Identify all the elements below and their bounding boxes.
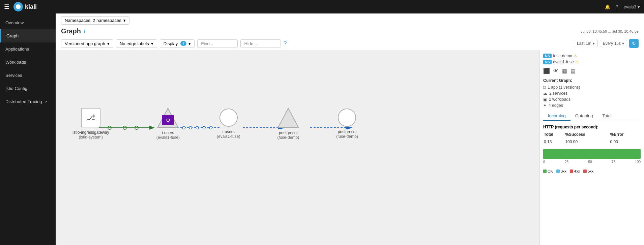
edges-icon: ✦ [543,103,547,108]
last-time-label: Last 1m [577,41,591,46]
sidebar-item-istio-config[interactable]: Istio Config [0,82,56,95]
chart-label-25: 25 [565,160,568,164]
gateway-icon: ⎇ [87,113,95,122]
node-postgresql-workload[interactable]: postgresql (fuse-demo) [336,109,358,139]
bell-icon[interactable]: 🔔 [605,4,610,9]
refresh-button[interactable]: ↻ [629,39,639,48]
ns-evals1-fuse: NS evals1-fuse ⚠ [543,60,641,64]
display-count-badge: 7 [180,41,186,46]
chart-label-75: 75 [612,160,615,164]
stat-services-text: 2 services [549,91,567,96]
sidebar-item-services[interactable]: Services [0,69,56,82]
sidebar-item-overview[interactable]: Overview [0,16,56,29]
right-panel: Hide » NS fuse-demo ⚠ NS evals1-fuse ⚠ ⬛… [539,50,644,245]
stat-edges-text: 4 edges [549,103,563,108]
panel-icons-row: ⬛ 👁 ▦ ▤ [543,68,641,74]
bar-chart-labels: 0 25 50 75 100 [543,160,641,164]
logo-icon [13,2,23,11]
val-error: 0.00 [610,139,640,145]
node-istio-gateway[interactable]: ⎇ istio-ingressgateway (istio-system) [72,108,109,140]
sidebar-item-distributed-tracing[interactable]: Distributed Tracing ↗ [0,95,56,108]
col-total: Total [544,132,564,138]
bar-chart [543,149,641,159]
node-label-gateway: istio-ingressgateway (istio-system) [72,130,109,140]
last-time-chevron-icon: ▾ [593,41,595,46]
edge-label-dropdown[interactable]: No edge labels ▾ [116,39,157,48]
ns-name-fuse-demo: fuse-demo [553,54,572,58]
panel-icon-eye[interactable]: 👁 [553,68,559,74]
nav-icons: 🔔 ? evals3 ▾ [605,4,640,9]
toolbar-help-icon[interactable]: ? [284,40,287,47]
bar-chart-container: 0 25 50 75 100 [543,149,641,164]
sidebar-item-workloads[interactable]: Workloads [0,56,56,69]
legend-ok-label: OK [548,169,553,173]
pg-triangle-fill [279,109,298,127]
display-chevron-icon: ▾ [188,41,191,46]
legend-5xx: 5xx [583,169,593,173]
content-area: Namespaces: 2 namespaces ▾ Graph ℹ Jul 3… [56,13,644,245]
warn-icon-evals1-fuse: ⚠ [575,60,579,64]
hamburger-menu[interactable]: ☰ [4,3,9,10]
timestamp: Jul 30, 10:45:59 ... Jul 30, 10:46:59 [581,29,639,33]
graph-info-icon[interactable]: ℹ [84,29,85,34]
namespace-label: Namespaces: 2 namespaces [65,18,121,23]
every-time-dropdown[interactable]: Every 15s ▾ [600,40,627,47]
display-dropdown[interactable]: Display 7 ▾ [160,39,195,48]
legend-3xx-color [556,170,560,173]
toolbar-row: Versioned app graph ▾ No edge labels ▾ D… [61,37,639,50]
node-circle-i-users [219,109,238,127]
every-time-chevron-icon: ▾ [622,41,624,46]
edge-label-chevron-icon: ▾ [151,41,153,46]
legend-row: OK 3xx 4xx 5xx [543,169,641,173]
http-values-row: 0.13 100.00 0.00 [544,139,640,145]
node-box-gateway: ⎇ [81,108,100,127]
legend-4xx-color [570,170,573,173]
last-time-dropdown[interactable]: Last 1m ▾ [574,40,598,47]
help-icon[interactable]: ? [616,4,618,9]
stat-app-text: 1 app (1 versions) [548,85,580,90]
node-postgresql-service[interactable]: postgresql (fuse-demo) [277,108,299,140]
panel-icon-table[interactable]: ▤ [570,68,576,74]
panel-icon-download[interactable]: ⬛ [543,68,550,74]
chart-label-100: 100 [635,160,641,164]
graph-svg [56,50,539,245]
namespace-dropdown[interactable]: Namespaces: 2 namespaces ▾ [61,16,129,25]
graph-type-dropdown[interactable]: Versioned app graph ▾ [61,39,113,48]
hide-input[interactable] [240,39,281,48]
node-circle-postgresql [338,109,356,127]
legend-4xx-label: 4xx [574,169,580,173]
app-icon: □ [543,85,546,90]
panel-icon-grid[interactable]: ▦ [562,68,567,74]
page-title: Graph [61,27,81,35]
node-i-users-service[interactable]: ψ i-users (evals1-fuse) [156,108,180,140]
ns-tag-evals1-fuse: NS [543,60,552,64]
top-navigation: ☰ kiali 🔔 ? evals3 ▾ [0,0,644,13]
node-i-users-workload[interactable]: i-users (evals1-fuse) [217,109,240,139]
col-success: %Success [565,132,609,138]
node-label-postgresql-service: postgresql (fuse-demo) [277,130,299,140]
legend-3xx: 3xx [556,169,566,173]
http-table: Total %Success %Error 0.13 100.00 0.00 [543,131,641,146]
warn-icon-fuse-demo: ⚠ [574,54,577,58]
val-total: 0.13 [544,139,564,145]
ns-fuse-demo: NS fuse-demo ⚠ [543,54,641,58]
user-menu[interactable]: evals3 ▾ [623,4,640,9]
graph-canvas[interactable]: ⎇ istio-ingressgateway (istio-system) [56,50,539,245]
tab-outgoing[interactable]: Outgoing [570,111,598,121]
node-label-i-users-service: i-users (evals1-fuse) [156,130,180,140]
node-triangle-i-users: ψ [157,108,179,128]
namespace-chevron-icon: ▾ [123,18,126,23]
tab-total[interactable]: Total [598,111,616,121]
username: evals3 [623,4,636,9]
node-label-i-users-workload: i-users (evals1-fuse) [217,129,240,139]
legend-3xx-label: 3xx [561,169,566,173]
sidebar-item-applications[interactable]: Applications [0,42,56,56]
find-input[interactable] [197,39,238,48]
sidebar-item-graph[interactable]: Graph [0,29,56,42]
legend-4xx: 4xx [570,169,580,173]
services-icon: ☁ [543,91,547,96]
stat-edges: ✦ 4 edges [543,103,641,108]
tab-incoming[interactable]: Incoming [543,111,570,121]
edge-label: No edge labels [120,41,149,46]
logo-text: kiali [25,3,37,10]
